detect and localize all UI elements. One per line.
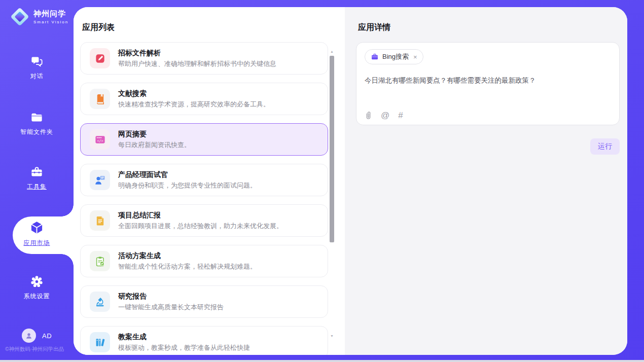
app-card-pm-interviewer[interactable]: 产品经理面试官 明确身份和职责，为您提供专业性的面试问题。 (80, 164, 328, 196)
app-card-title: 活动方案生成 (118, 251, 257, 261)
app-card-project-summary[interactable]: 项目总结汇报 全面回顾项目进展，总结经验教训，助力未来优化发展。 (80, 204, 328, 237)
brand-name: 神州问学 (33, 9, 68, 19)
app-card-description: 帮助用户快速、准确地理解和解析招标书中的关键信息 (118, 59, 276, 68)
app-card-title: 教案生成 (118, 333, 250, 342)
app-card-title: 研究报告 (118, 292, 224, 301)
app-card-title: 项目总结汇报 (118, 211, 283, 220)
app-card-title: 文献搜索 (118, 89, 270, 98)
browser-code-icon: </> (90, 129, 110, 150)
scroll-down-icon[interactable]: ▼ (329, 334, 335, 338)
app-card-description: 每日政府新闻资讯快查。 (118, 140, 191, 150)
app-card-description: 模板驱动，教案秒成，教学准备从此轻松快捷 (118, 343, 250, 352)
paperclip-icon[interactable] (365, 111, 372, 120)
scroll-up-icon[interactable]: ▲ (329, 50, 335, 53)
app-card-title: 网页摘要 (118, 130, 191, 139)
app-card-description: 全面回顾项目进展，总结经验教训，助力未来优化发展。 (118, 222, 283, 231)
app-list-scrollbar[interactable]: ▲ ▼ (329, 42, 335, 345)
sidebar-item-app-market[interactable]: 应用市场 (0, 220, 74, 247)
window-bottom-edge (0, 360, 644, 362)
app-card-description: 一键智能生成高质量长文本研究报告 (118, 303, 224, 312)
user-name: AD (42, 332, 52, 340)
sidebar-item-smart-folders[interactable]: 智能文件夹 (0, 111, 74, 136)
app-card-description: 明确身份和职责，为您提供专业性的面试问题。 (118, 181, 257, 190)
prompt-input[interactable]: 今日湖北有哪些新闻要点？有哪些需要关注的最新政策？ (365, 76, 611, 99)
app-card-lesson-plan[interactable]: 教案生成 模板驱动，教案秒成，教学准备从此轻松快捷 (80, 326, 328, 355)
sidebar-item-label: 工具集 (27, 183, 47, 191)
user-avatar-icon (24, 331, 33, 340)
app-card-research-report[interactable]: 研究报告 一键智能生成高质量长文本研究报告 (80, 285, 328, 318)
app-card-description: 快速精准查找学术资源，提高研究效率的必备工具。 (118, 100, 270, 109)
report-doc-icon (90, 210, 110, 231)
tool-chip-label: Bing搜索 (382, 52, 409, 61)
app-list-panel: 应用列表 招标文件解析 帮助用户快速、准确地理解和解析招标书中的关键信息 (74, 7, 345, 355)
run-row: 运行 (356, 138, 620, 155)
folder-icon (30, 111, 44, 124)
scrollbar-thumb[interactable] (330, 56, 334, 242)
book-icon (90, 89, 110, 109)
app-card-event-plan[interactable]: 活动方案生成 智能生成个性化活动方案，轻松解决规划难题。 (80, 245, 328, 277)
app-card-literature-search[interactable]: 文献搜索 快速精准查找学术资源，提高研究效率的必备工具。 (80, 83, 328, 115)
app-card-title: 招标文件解析 (118, 49, 276, 58)
app-detail-title: 应用详情 (358, 22, 627, 33)
hash-icon[interactable]: # (398, 111, 403, 120)
app-detail-panel: 应用详情 Bing搜索 × 今日湖北有哪些新闻要点？有哪些需要关注的最新政策？ … (345, 7, 627, 355)
sidebar: 神州问学 Smart Vision 对话 智能文件夹 工具集 (0, 0, 74, 362)
app-card-bid-parsing[interactable]: 招标文件解析 帮助用户快速、准确地理解和解析招标书中的关键信息 (80, 42, 328, 75)
svg-text:</>: </> (97, 138, 103, 142)
sidebar-item-settings[interactable]: 系统设置 (0, 275, 74, 301)
gear-icon (30, 275, 44, 288)
prompt-toolbar: @ # (365, 111, 403, 120)
cube-icon (29, 220, 45, 235)
app-card-description: 智能生成个性化活动方案，轻松解决规划难题。 (118, 262, 257, 271)
books-icon (90, 332, 110, 352)
briefcase-icon (371, 53, 379, 61)
microscope-icon (90, 292, 110, 312)
sidebar-item-toolset[interactable]: 工具集 (0, 165, 74, 191)
main-content: 应用列表 招标文件解析 帮助用户快速、准确地理解和解析招标书中的关键信息 (74, 7, 627, 355)
user-account[interactable]: AD (0, 329, 74, 343)
sidebar-item-chat[interactable]: 对话 (0, 55, 74, 81)
app-list-title: 应用列表 (82, 22, 345, 33)
brand-subtitle: Smart Vision (33, 20, 68, 24)
run-button[interactable]: 运行 (590, 138, 620, 155)
app-card-web-summary[interactable]: </> 网页摘要 每日政府新闻资讯快查。 (80, 123, 328, 156)
close-icon[interactable]: × (413, 54, 417, 60)
prompt-input-card: Bing搜索 × 今日湖北有哪些新闻要点？有哪些需要关注的最新政策？ @ # (356, 42, 620, 125)
chat-icon (30, 55, 44, 68)
sidebar-item-label: 对话 (30, 72, 44, 81)
diamond-logo-icon (9, 6, 30, 27)
avatar (22, 329, 36, 343)
edit-icon (90, 48, 110, 68)
sidebar-item-label: 应用市场 (24, 239, 50, 247)
clipboard-check-icon (90, 251, 110, 271)
brand-logo: 神州问学 Smart Vision (9, 6, 68, 27)
toolbox-icon (30, 165, 44, 179)
copyright-text: ©神州数码·神州问学出品 (5, 346, 74, 353)
sidebar-item-label: 系统设置 (24, 292, 50, 301)
sidebar-item-label: 智能文件夹 (20, 128, 53, 136)
mention-icon[interactable]: @ (381, 111, 389, 120)
app-card-title: 产品经理面试官 (118, 170, 257, 179)
interviewer-icon (90, 170, 110, 190)
app-card-list: 招标文件解析 帮助用户快速、准确地理解和解析招标书中的关键信息 文献搜索 快速精… (80, 42, 328, 355)
tool-chip-bing-search[interactable]: Bing搜索 × (365, 49, 423, 64)
